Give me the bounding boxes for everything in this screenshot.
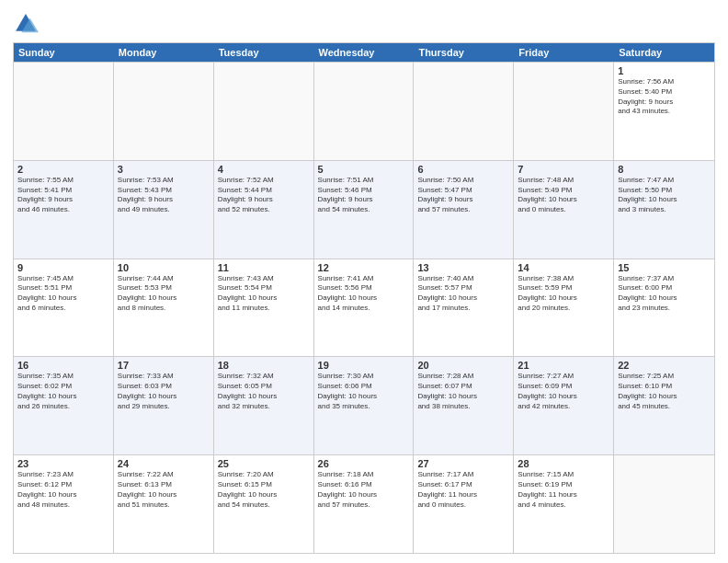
- calendar-cell: 11Sunrise: 7:43 AMSunset: 5:54 PMDayligh…: [214, 259, 314, 357]
- calendar-cell: 24Sunrise: 7:22 AMSunset: 6:13 PMDayligh…: [114, 455, 214, 553]
- day-number: 6: [417, 164, 509, 175]
- day-number: 9: [17, 262, 109, 273]
- calendar-cell: 6Sunrise: 7:50 AMSunset: 5:47 PMDaylight…: [414, 161, 514, 259]
- day-info: Sunrise: 7:32 AMSunset: 6:05 PMDaylight:…: [218, 372, 310, 411]
- day-number: 12: [318, 262, 410, 273]
- day-number: 21: [518, 360, 609, 371]
- calendar-cell: 16Sunrise: 7:35 AMSunset: 6:02 PMDayligh…: [14, 357, 114, 454]
- day-number: 26: [318, 458, 410, 469]
- logo-icon: [13, 11, 39, 37]
- day-info: Sunrise: 7:37 AMSunset: 6:00 PMDaylight:…: [618, 274, 711, 314]
- day-info: Sunrise: 7:40 AMSunset: 5:57 PMDaylight:…: [417, 274, 509, 314]
- calendar-cell: 1Sunrise: 7:56 AMSunset: 5:40 PMDaylight…: [614, 63, 714, 160]
- calendar-cell: 28Sunrise: 7:15 AMSunset: 6:19 PMDayligh…: [514, 455, 614, 553]
- calendar-cell: 20Sunrise: 7:28 AMSunset: 6:07 PMDayligh…: [414, 357, 514, 454]
- day-info: Sunrise: 7:53 AMSunset: 5:43 PMDaylight:…: [118, 176, 210, 215]
- calendar-cell: [614, 455, 714, 553]
- day-info: Sunrise: 7:44 AMSunset: 5:53 PMDaylight:…: [118, 274, 210, 314]
- day-number: 25: [218, 458, 310, 469]
- day-number: 10: [118, 262, 210, 273]
- day-info: Sunrise: 7:20 AMSunset: 6:15 PMDaylight:…: [218, 470, 310, 510]
- header-day-tuesday: Tuesday: [214, 43, 314, 62]
- day-number: 20: [417, 360, 509, 371]
- day-info: Sunrise: 7:51 AMSunset: 5:46 PMDaylight:…: [318, 176, 410, 215]
- calendar-cell: [14, 63, 114, 160]
- calendar-cell: 14Sunrise: 7:38 AMSunset: 5:59 PMDayligh…: [514, 259, 614, 357]
- day-info: Sunrise: 7:22 AMSunset: 6:13 PMDaylight:…: [118, 470, 210, 510]
- day-info: Sunrise: 7:28 AMSunset: 6:07 PMDaylight:…: [417, 372, 509, 411]
- calendar-cell: 12Sunrise: 7:41 AMSunset: 5:56 PMDayligh…: [314, 259, 415, 357]
- day-number: 8: [618, 164, 711, 175]
- header-day-thursday: Thursday: [414, 43, 514, 62]
- day-number: 17: [118, 360, 210, 371]
- calendar-week-1: 1Sunrise: 7:56 AMSunset: 5:40 PMDaylight…: [14, 62, 714, 160]
- day-info: Sunrise: 7:18 AMSunset: 6:16 PMDaylight:…: [318, 470, 410, 510]
- calendar-cell: 13Sunrise: 7:40 AMSunset: 5:57 PMDayligh…: [414, 259, 514, 357]
- day-number: 28: [518, 458, 609, 469]
- day-info: Sunrise: 7:25 AMSunset: 6:10 PMDaylight:…: [618, 372, 711, 411]
- header-day-monday: Monday: [114, 43, 214, 62]
- calendar-cell: 22Sunrise: 7:25 AMSunset: 6:10 PMDayligh…: [614, 357, 714, 454]
- calendar-cell: 2Sunrise: 7:55 AMSunset: 5:41 PMDaylight…: [14, 161, 114, 259]
- day-info: Sunrise: 7:47 AMSunset: 5:50 PMDaylight:…: [618, 176, 711, 215]
- calendar-week-5: 23Sunrise: 7:23 AMSunset: 6:12 PMDayligh…: [14, 454, 714, 553]
- header: [13, 11, 715, 37]
- calendar-week-3: 9Sunrise: 7:45 AMSunset: 5:51 PMDaylight…: [14, 259, 714, 357]
- day-number: 15: [618, 262, 711, 273]
- calendar-cell: 23Sunrise: 7:23 AMSunset: 6:12 PMDayligh…: [14, 455, 114, 553]
- calendar-page: SundayMondayTuesdayWednesdayThursdayFrid…: [0, 0, 728, 563]
- calendar-cell: 7Sunrise: 7:48 AMSunset: 5:49 PMDaylight…: [514, 161, 614, 259]
- calendar-cell: 10Sunrise: 7:44 AMSunset: 5:53 PMDayligh…: [114, 259, 214, 357]
- calendar-cell: 8Sunrise: 7:47 AMSunset: 5:50 PMDaylight…: [614, 161, 714, 259]
- calendar-cell: 5Sunrise: 7:51 AMSunset: 5:46 PMDaylight…: [314, 161, 415, 259]
- day-number: 5: [318, 164, 410, 175]
- calendar-cell: 17Sunrise: 7:33 AMSunset: 6:03 PMDayligh…: [114, 357, 214, 454]
- calendar-cell: 9Sunrise: 7:45 AMSunset: 5:51 PMDaylight…: [14, 259, 114, 357]
- day-info: Sunrise: 7:43 AMSunset: 5:54 PMDaylight:…: [218, 274, 310, 314]
- calendar-body: 1Sunrise: 7:56 AMSunset: 5:40 PMDaylight…: [14, 62, 714, 553]
- calendar-header: SundayMondayTuesdayWednesdayThursdayFrid…: [14, 43, 714, 62]
- day-number: 1: [618, 65, 711, 76]
- calendar-cell: [514, 63, 614, 160]
- calendar-cell: [414, 63, 514, 160]
- calendar-week-4: 16Sunrise: 7:35 AMSunset: 6:02 PMDayligh…: [14, 356, 714, 454]
- day-number: 4: [218, 164, 310, 175]
- day-number: 24: [118, 458, 210, 469]
- calendar-cell: 4Sunrise: 7:52 AMSunset: 5:44 PMDaylight…: [214, 161, 314, 259]
- day-number: 14: [518, 262, 609, 273]
- day-info: Sunrise: 7:48 AMSunset: 5:49 PMDaylight:…: [518, 176, 609, 215]
- day-number: 13: [417, 262, 509, 273]
- calendar-cell: 21Sunrise: 7:27 AMSunset: 6:09 PMDayligh…: [514, 357, 614, 454]
- header-day-wednesday: Wednesday: [314, 43, 415, 62]
- calendar-cell: 19Sunrise: 7:30 AMSunset: 6:06 PMDayligh…: [314, 357, 415, 454]
- day-number: 7: [518, 164, 609, 175]
- day-info: Sunrise: 7:35 AMSunset: 6:02 PMDaylight:…: [17, 372, 109, 411]
- calendar-cell: 15Sunrise: 7:37 AMSunset: 6:00 PMDayligh…: [614, 259, 714, 357]
- day-number: 16: [17, 360, 109, 371]
- day-info: Sunrise: 7:52 AMSunset: 5:44 PMDaylight:…: [218, 176, 310, 215]
- header-day-sunday: Sunday: [14, 43, 114, 62]
- day-number: 22: [618, 360, 711, 371]
- day-number: 18: [218, 360, 310, 371]
- calendar-cell: 27Sunrise: 7:17 AMSunset: 6:17 PMDayligh…: [414, 455, 514, 553]
- day-info: Sunrise: 7:38 AMSunset: 5:59 PMDaylight:…: [518, 274, 609, 314]
- day-number: 19: [318, 360, 410, 371]
- day-info: Sunrise: 7:56 AMSunset: 5:40 PMDaylight:…: [618, 77, 711, 117]
- calendar-cell: 25Sunrise: 7:20 AMSunset: 6:15 PMDayligh…: [214, 455, 314, 553]
- header-day-friday: Friday: [514, 43, 614, 62]
- calendar-cell: 26Sunrise: 7:18 AMSunset: 6:16 PMDayligh…: [314, 455, 415, 553]
- calendar-cell: 3Sunrise: 7:53 AMSunset: 5:43 PMDaylight…: [114, 161, 214, 259]
- day-info: Sunrise: 7:55 AMSunset: 5:41 PMDaylight:…: [17, 176, 109, 215]
- day-number: 23: [17, 458, 109, 469]
- day-info: Sunrise: 7:30 AMSunset: 6:06 PMDaylight:…: [318, 372, 410, 411]
- day-number: 2: [17, 164, 109, 175]
- calendar: SundayMondayTuesdayWednesdayThursdayFrid…: [13, 42, 715, 554]
- day-info: Sunrise: 7:27 AMSunset: 6:09 PMDaylight:…: [518, 372, 609, 411]
- day-number: 3: [118, 164, 210, 175]
- day-info: Sunrise: 7:17 AMSunset: 6:17 PMDaylight:…: [417, 470, 509, 510]
- logo: [13, 11, 42, 37]
- day-number: 11: [218, 262, 310, 273]
- day-info: Sunrise: 7:41 AMSunset: 5:56 PMDaylight:…: [318, 274, 410, 314]
- calendar-cell: 18Sunrise: 7:32 AMSunset: 6:05 PMDayligh…: [214, 357, 314, 454]
- calendar-cell: [314, 63, 415, 160]
